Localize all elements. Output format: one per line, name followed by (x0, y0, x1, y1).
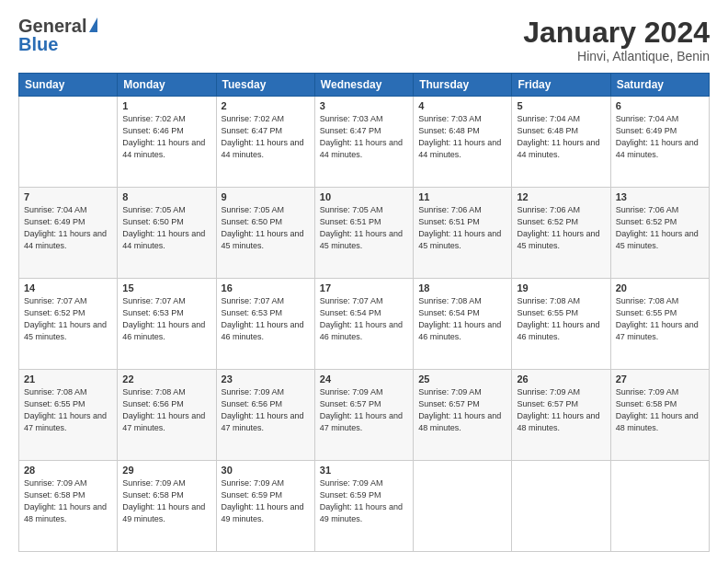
table-row: 25Sunrise: 7:09 AM Sunset: 6:57 PM Dayli… (414, 370, 512, 461)
cell-details: Sunrise: 7:03 AM Sunset: 6:48 PM Dayligh… (418, 113, 506, 161)
cell-details: Sunrise: 7:06 AM Sunset: 6:52 PM Dayligh… (616, 204, 704, 252)
cell-details: Sunrise: 7:09 AM Sunset: 6:59 PM Dayligh… (222, 477, 310, 525)
cell-details: Sunrise: 7:07 AM Sunset: 6:53 PM Dayligh… (222, 295, 310, 343)
table-row: 23Sunrise: 7:09 AM Sunset: 6:56 PM Dayli… (216, 370, 314, 461)
col-thursday: Thursday (414, 74, 512, 97)
table-row: 14Sunrise: 7:07 AM Sunset: 6:52 PM Dayli… (19, 279, 118, 370)
table-row: 17Sunrise: 7:07 AM Sunset: 6:54 PM Dayli… (314, 279, 413, 370)
table-row: 27Sunrise: 7:09 AM Sunset: 6:58 PM Dayli… (610, 370, 709, 461)
table-row: 21Sunrise: 7:08 AM Sunset: 6:55 PM Dayli… (19, 370, 118, 461)
day-number: 25 (418, 373, 506, 385)
table-row: 13Sunrise: 7:06 AM Sunset: 6:52 PM Dayli… (610, 188, 709, 279)
cell-details: Sunrise: 7:05 AM Sunset: 6:50 PM Dayligh… (222, 204, 310, 252)
table-row: 22Sunrise: 7:08 AM Sunset: 6:56 PM Dayli… (118, 370, 216, 461)
header: General Blue January 2024 Hinvi, Atlanti… (18, 17, 710, 63)
table-row: 9Sunrise: 7:05 AM Sunset: 6:50 PM Daylig… (216, 188, 314, 279)
day-number: 23 (222, 373, 310, 385)
table-row: 8Sunrise: 7:05 AM Sunset: 6:50 PM Daylig… (118, 188, 216, 279)
cell-details: Sunrise: 7:08 AM Sunset: 6:55 PM Dayligh… (24, 386, 112, 434)
cell-details: Sunrise: 7:02 AM Sunset: 6:46 PM Dayligh… (122, 113, 210, 161)
day-number: 31 (320, 465, 408, 476)
cell-details: Sunrise: 7:09 AM Sunset: 6:56 PM Dayligh… (222, 386, 310, 434)
day-number: 9 (222, 191, 310, 202)
day-number: 13 (616, 191, 704, 202)
day-number: 14 (24, 282, 112, 293)
col-sunday: Sunday (19, 74, 118, 97)
table-row (19, 97, 118, 188)
day-number: 5 (517, 100, 605, 111)
day-number: 12 (517, 191, 605, 202)
cell-details: Sunrise: 7:07 AM Sunset: 6:54 PM Dayligh… (320, 295, 408, 343)
cell-details: Sunrise: 7:06 AM Sunset: 6:51 PM Dayligh… (418, 204, 506, 252)
cell-details: Sunrise: 7:07 AM Sunset: 6:53 PM Dayligh… (122, 295, 210, 343)
col-saturday: Saturday (610, 74, 709, 97)
table-row: 20Sunrise: 7:08 AM Sunset: 6:55 PM Dayli… (610, 279, 709, 370)
calendar-header-row: Sunday Monday Tuesday Wednesday Thursday… (19, 74, 710, 97)
table-row: 6Sunrise: 7:04 AM Sunset: 6:49 PM Daylig… (610, 97, 709, 188)
table-row: 24Sunrise: 7:09 AM Sunset: 6:57 PM Dayli… (314, 370, 413, 461)
day-number: 18 (418, 282, 506, 293)
table-row: 26Sunrise: 7:09 AM Sunset: 6:57 PM Dayli… (512, 370, 610, 461)
calendar-week-row: 14Sunrise: 7:07 AM Sunset: 6:52 PM Dayli… (19, 279, 710, 370)
cell-details: Sunrise: 7:09 AM Sunset: 6:57 PM Dayligh… (517, 386, 605, 434)
calendar-title: January 2024 (523, 17, 710, 49)
calendar-location: Hinvi, Atlantique, Benin (523, 49, 710, 63)
title-block: January 2024 Hinvi, Atlantique, Benin (523, 17, 710, 63)
table-row: 30Sunrise: 7:09 AM Sunset: 6:59 PM Dayli… (216, 461, 314, 552)
cell-details: Sunrise: 7:08 AM Sunset: 6:55 PM Dayligh… (616, 295, 704, 343)
table-row (512, 461, 610, 552)
day-number: 7 (24, 191, 112, 202)
cell-details: Sunrise: 7:04 AM Sunset: 6:49 PM Dayligh… (616, 113, 704, 161)
table-row: 1Sunrise: 7:02 AM Sunset: 6:46 PM Daylig… (118, 97, 216, 188)
cell-details: Sunrise: 7:07 AM Sunset: 6:52 PM Dayligh… (24, 295, 112, 343)
cell-details: Sunrise: 7:04 AM Sunset: 6:49 PM Dayligh… (24, 204, 112, 252)
table-row (610, 461, 709, 552)
col-tuesday: Tuesday (216, 74, 314, 97)
cell-details: Sunrise: 7:05 AM Sunset: 6:50 PM Dayligh… (122, 204, 210, 252)
cell-details: Sunrise: 7:08 AM Sunset: 6:54 PM Dayligh… (418, 295, 506, 343)
table-row: 29Sunrise: 7:09 AM Sunset: 6:58 PM Dayli… (118, 461, 216, 552)
table-row: 11Sunrise: 7:06 AM Sunset: 6:51 PM Dayli… (414, 188, 512, 279)
table-row: 5Sunrise: 7:04 AM Sunset: 6:48 PM Daylig… (512, 97, 610, 188)
table-row: 10Sunrise: 7:05 AM Sunset: 6:51 PM Dayli… (314, 188, 413, 279)
table-row: 31Sunrise: 7:09 AM Sunset: 6:59 PM Dayli… (314, 461, 413, 552)
calendar-week-row: 28Sunrise: 7:09 AM Sunset: 6:58 PM Dayli… (19, 461, 710, 552)
day-number: 30 (222, 465, 310, 476)
col-friday: Friday (512, 74, 610, 97)
table-row: 12Sunrise: 7:06 AM Sunset: 6:52 PM Dayli… (512, 188, 610, 279)
logo-triangle-icon (89, 17, 97, 32)
col-monday: Monday (118, 74, 216, 97)
table-row: 18Sunrise: 7:08 AM Sunset: 6:54 PM Dayli… (414, 279, 512, 370)
table-row: 15Sunrise: 7:07 AM Sunset: 6:53 PM Dayli… (118, 279, 216, 370)
cell-details: Sunrise: 7:03 AM Sunset: 6:47 PM Dayligh… (320, 113, 408, 161)
day-number: 24 (320, 373, 408, 385)
day-number: 6 (616, 100, 704, 111)
day-number: 2 (222, 100, 310, 111)
col-wednesday: Wednesday (314, 74, 413, 97)
cell-details: Sunrise: 7:09 AM Sunset: 6:59 PM Dayligh… (320, 477, 408, 525)
cell-details: Sunrise: 7:08 AM Sunset: 6:55 PM Dayligh… (517, 295, 605, 343)
table-row: 4Sunrise: 7:03 AM Sunset: 6:48 PM Daylig… (414, 97, 512, 188)
table-row: 19Sunrise: 7:08 AM Sunset: 6:55 PM Dayli… (512, 279, 610, 370)
cell-details: Sunrise: 7:02 AM Sunset: 6:47 PM Dayligh… (222, 113, 310, 161)
day-number: 11 (418, 191, 506, 202)
cell-details: Sunrise: 7:06 AM Sunset: 6:52 PM Dayligh… (517, 204, 605, 252)
calendar-week-row: 7Sunrise: 7:04 AM Sunset: 6:49 PM Daylig… (19, 188, 710, 279)
table-row: 2Sunrise: 7:02 AM Sunset: 6:47 PM Daylig… (216, 97, 314, 188)
calendar-table: Sunday Monday Tuesday Wednesday Thursday… (18, 73, 710, 552)
table-row: 28Sunrise: 7:09 AM Sunset: 6:58 PM Dayli… (19, 461, 118, 552)
day-number: 15 (122, 282, 210, 293)
table-row: 16Sunrise: 7:07 AM Sunset: 6:53 PM Dayli… (216, 279, 314, 370)
day-number: 28 (24, 465, 112, 476)
day-number: 20 (616, 282, 704, 293)
logo: General Blue (18, 17, 97, 53)
cell-details: Sunrise: 7:05 AM Sunset: 6:51 PM Dayligh… (320, 204, 408, 252)
day-number: 21 (24, 373, 112, 385)
calendar-week-row: 21Sunrise: 7:08 AM Sunset: 6:55 PM Dayli… (19, 370, 710, 461)
table-row: 3Sunrise: 7:03 AM Sunset: 6:47 PM Daylig… (314, 97, 413, 188)
cell-details: Sunrise: 7:09 AM Sunset: 6:58 PM Dayligh… (24, 477, 112, 525)
page: General Blue January 2024 Hinvi, Atlanti… (0, 0, 728, 563)
day-number: 17 (320, 282, 408, 293)
day-number: 16 (222, 282, 310, 293)
day-number: 8 (122, 191, 210, 202)
